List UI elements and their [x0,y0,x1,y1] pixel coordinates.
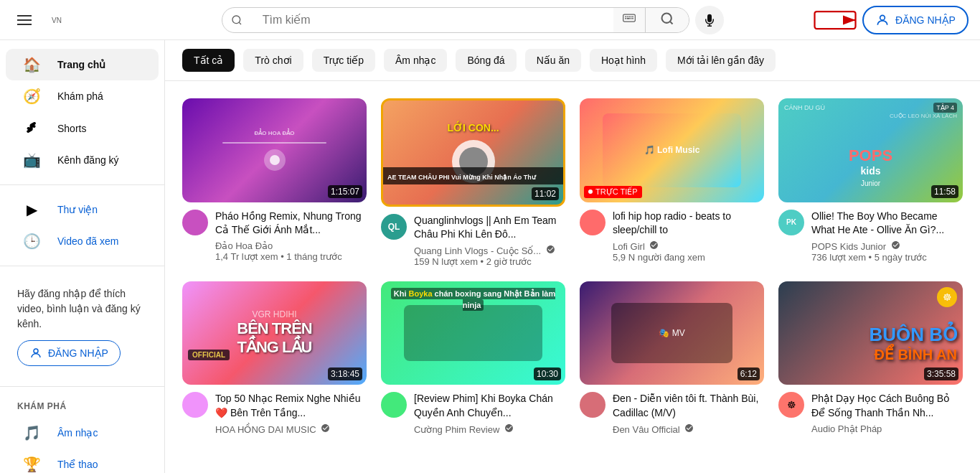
search-icon [222,8,251,32]
video-card-1[interactable]: ĐẢO HOA ĐẢO 1:15:07 Pháo Hồng Remix, Nhu… [182,98,367,267]
svg-line-4 [239,22,241,24]
video-stats-4: 736 lượt xem • 5 ngày trước [811,252,963,263]
svg-rect-14 [632,18,633,19]
video-stats-3: 5,9 N người đang xem [613,252,764,263]
video-thumb-2: LỚI CON... AE TEAM CHÂU PHI Vui Mừng Khi… [381,98,565,207]
sidebar-item-explore[interactable]: 🧭 Khám phá [6,80,159,112]
channel-name-8: Audio Phật Pháp [811,423,963,434]
svg-rect-13 [630,18,631,19]
hamburger-menu[interactable] [11,9,37,31]
video-info-1: Pháo Hồng Remix, Nhung Trong Cả Thế Giới… [182,210,367,262]
video-card-3[interactable]: 🎵 Lofi Music TRỰC TIẾP lofi hip hop radi… [580,98,764,267]
channel-avatar-1 [182,210,208,235]
channel-avatar-4: PK [778,210,804,235]
channel-name-6: Cường Phim Review [414,423,565,435]
video-card-2[interactable]: LỚI CON... AE TEAM CHÂU PHI Vui Mừng Khi… [381,98,565,267]
video-thumb-6: Khi Boyka chán boxing sang Nhật Bản làm … [381,281,565,385]
channel-avatar-6 [381,392,407,418]
svg-rect-6 [625,17,626,18]
svg-point-23 [34,349,38,353]
channel-name-2: Quang Linh Vlogs - Cuộc Số... [414,245,565,256]
video-meta-1: Pháo Hồng Remix, Nhung Trong Cả Thế Giới… [215,210,367,262]
sidebar-label-music: Âm nhạc [57,427,98,439]
video-duration-6: 10:30 [534,367,561,380]
search-input[interactable] [251,8,613,32]
verified-icon-2 [546,245,555,254]
video-duration-2: 11:02 [532,187,559,200]
video-meta-6: [Review Phim] Khi Boyka Chán Quyền Anh C… [414,392,565,434]
video-title-4: Ollie! The Boy Who Became What He Ate - … [811,210,963,238]
video-card-4[interactable]: CÁNH DU GÙ TẬP 4 CUỘC LEO NÚI XÀ LÁCH PO… [778,98,963,267]
home-icon: 🏠 [23,56,40,73]
signin-promo: Hãy đăng nhập để thích video, bình luận … [0,275,164,378]
keyboard-button[interactable] [613,8,645,32]
svg-rect-11 [625,18,626,19]
filter-all[interactable]: Tất cả [182,49,235,72]
verified-icon-4 [891,240,900,250]
filter-music[interactable]: Âm nhạc [384,49,447,72]
sidebar-label-history: Video đã xem [57,235,118,247]
sidebar-item-music[interactable]: 🎵 Âm nhạc [6,417,159,449]
filter-cooking[interactable]: Nấu ăn [525,49,581,72]
verified-icon-6 [504,423,514,433]
signin-promo-text: Hãy đăng nhập để thích video, bình luận … [17,286,147,332]
filter-live[interactable]: Trực tiếp [312,49,375,72]
sidebar-item-library[interactable]: ▶ Thư viện [6,194,159,225]
verified-icon-5 [321,423,330,433]
filter-new[interactable]: Mới tải lên gần đây [666,49,776,72]
history-icon: 🕒 [23,233,40,250]
filter-games[interactable]: Trò chơi [243,49,303,72]
youtube-logo[interactable]: YouTube VN [49,15,62,24]
video-thumb-1: ĐẢO HOA ĐẢO 1:15:07 [182,98,367,202]
sidebar-label-library: Thư viện [57,204,98,215]
shorts-icon [23,119,40,137]
sidebar-item-history[interactable]: 🕒 Video đã xem [6,225,159,257]
sidebar-label-explore: Khám phá [57,90,103,102]
signin-promo-button[interactable]: ĐĂNG NHẬP [17,340,121,366]
video-meta-4: Ollie! The Boy Who Became What He Ate - … [811,210,963,263]
sidebar-label-shorts: Shorts [57,123,86,134]
signin-button[interactable]: ĐĂNG NHẬP [862,6,969,34]
video-card-6[interactable]: Khi Boyka chán boxing sang Nhật Bản làm … [381,281,565,435]
verified-icon-7 [684,423,694,433]
video-card-5[interactable]: VGR HDIHI BÊN TRÊN TẦNG LẦU OFFICIAL 3:1… [182,281,367,435]
sidebar-item-home[interactable]: 🏠 Trang chủ [6,49,159,80]
video-meta-5: Top 50 Nhạc Remix Nghe Nhiều ❤️ Bên Trên… [215,392,367,434]
video-duration-5: 3:18:45 [328,367,362,380]
filter-cartoon[interactable]: Hoạt hình [590,49,657,72]
video-card-7[interactable]: 🎭 MV 6:12 Đen - Diễn viên tôi ft. Thành … [580,281,764,435]
layout: 🏠 Trang chủ 🧭 Khám phá Shorts 📺 Kênh đăn… [0,40,980,452]
svg-rect-8 [628,17,630,18]
official-badge-5: OFFICIAL [188,350,230,360]
svg-point-3 [232,16,240,24]
search-button[interactable] [645,8,689,32]
svg-rect-9 [630,17,631,18]
sidebar-item-subscriptions[interactable]: 📺 Kênh đăng ký [6,144,159,176]
filter-football[interactable]: Bóng đá [456,49,516,72]
channel-name-3: Lofi Girl [613,240,764,252]
video-meta-3: lofi hip hop radio - beats to sleep/chil… [613,210,764,263]
video-grid: ĐẢO HOA ĐẢO 1:15:07 Pháo Hồng Remix, Nhu… [165,81,980,452]
video-duration-1: 1:15:07 [328,185,362,198]
video-info-5: Top 50 Nhạc Remix Nghe Nhiều ❤️ Bên Trên… [182,392,367,434]
channel-name-7: Đen Vâu Official [613,423,764,435]
sidebar-item-shorts[interactable]: Shorts [6,112,159,144]
video-info-6: [Review Phim] Khi Boyka Chán Quyền Anh C… [381,392,565,434]
channel-avatar-2: QL [381,214,407,240]
video-thumb-7: 🎭 MV 6:12 [580,281,764,385]
sidebar: 🏠 Trang chủ 🧭 Khám phá Shorts 📺 Kênh đăn… [0,40,165,452]
sidebar-item-sports[interactable]: 🏆 Thể thao [6,449,159,452]
video-info-8: ☸ Phật Dạy Học Cách Buông Bỏ Để Sống Tha… [778,392,963,434]
sidebar-label-subscriptions: Kênh đăng ký [57,154,119,166]
video-card-8[interactable]: ☸ BUÔN BỎ ĐỂ BÌNH AN 3:35:58 ☸ Phật Dạy … [778,281,963,435]
video-thumb-8: ☸ BUÔN BỎ ĐỂ BÌNH AN 3:35:58 [778,281,963,385]
filter-bar: Tất cả Trò chơi Trực tiếp Âm nhạc Bóng đ… [165,40,980,81]
video-meta-7: Đen - Diễn viên tôi ft. Thành Bùi, Cadil… [613,392,764,434]
explore-section-title: KHÁM PHÁ [0,395,164,417]
video-info-3: lofi hip hop radio - beats to sleep/chil… [580,210,764,263]
microphone-button[interactable] [695,6,724,34]
header-center [222,6,724,34]
video-title-5: Top 50 Nhạc Remix Nghe Nhiều ❤️ Bên Trên… [215,392,367,420]
video-title-7: Đen - Diễn viên tôi ft. Thành Bùi, Cadil… [613,392,764,420]
video-thumb-3: 🎵 Lofi Music TRỰC TIẾP [580,98,764,202]
